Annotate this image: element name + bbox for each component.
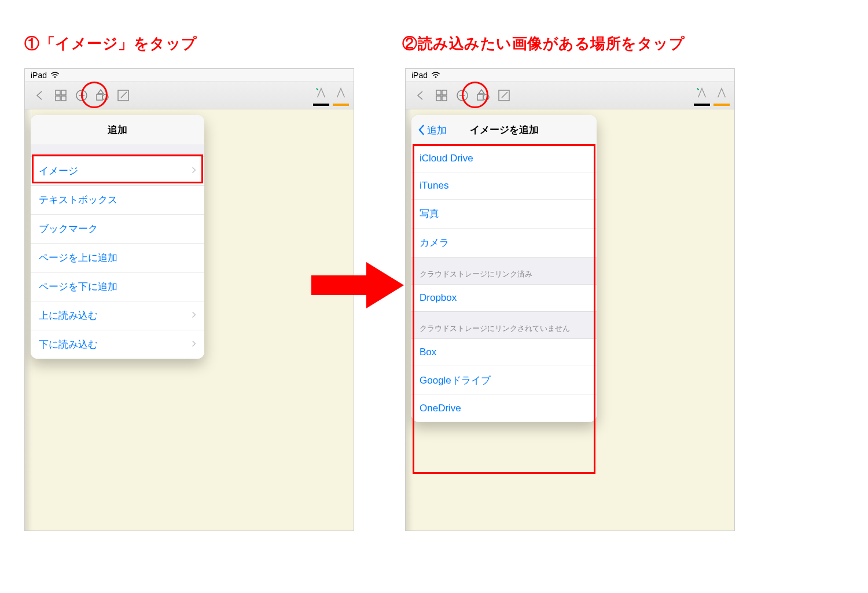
pen-tool-black[interactable] [313,85,329,106]
svg-rect-17 [442,96,447,101]
popup-item[interactable]: 下に読み込む [31,330,204,359]
svg-rect-4 [61,96,66,101]
svg-point-13 [435,76,437,78]
popup-item-label: 写真 [420,207,439,220]
add-popup: 追加 イメージテキストボックスブックマークページを上に追加ページを下に追加上に読… [31,115,204,359]
shapes-button[interactable] [473,85,494,106]
popup-item[interactable]: iCloud Drive [411,145,597,172]
svg-marker-10 [98,90,104,94]
svg-rect-1 [56,90,60,95]
highlighter-tool-orange[interactable] [333,85,349,106]
popup-item-label: iTunes [420,180,448,191]
instruction-caption-left: ①「イメージ」をタップ [24,34,197,54]
popup-title: 追加 イメージを追加 [411,115,597,145]
popup-item[interactable]: ページを下に追加 [31,272,204,301]
popup-item[interactable]: Box [411,339,597,366]
popup-item[interactable]: OneDrive [411,395,597,422]
shapes-button[interactable] [92,85,113,106]
wifi-icon [431,71,440,79]
svg-marker-23 [479,90,484,94]
status-bar: iPad [25,69,354,82]
popup-item[interactable]: 上に読み込む [31,301,204,330]
popup-item[interactable]: ページを上に追加 [31,244,204,272]
instruction-caption-right: ②読み込みたい画像がある場所をタップ [402,34,685,54]
popup-item-label: Box [420,347,436,358]
popup-item[interactable]: ブックマーク [31,215,204,244]
status-bar: iPad [406,69,734,82]
popup-back-button[interactable]: 追加 [417,123,447,137]
svg-point-0 [54,76,56,78]
grid-button[interactable] [431,85,452,106]
popup-item[interactable]: イメージ [31,157,204,186]
screenshot-right: iPad [405,68,735,531]
popup-item-label: OneDrive [420,403,461,414]
pen-tool-black[interactable] [694,85,710,106]
popup-back-label: 追加 [427,123,447,137]
highlighter-tool-orange[interactable] [713,85,730,106]
device-label: iPad [31,71,47,80]
svg-rect-21 [477,94,483,100]
device-label: iPad [411,71,428,80]
chevron-right-icon [192,165,196,177]
popup-item[interactable]: Dropbox [411,285,597,311]
popup-item-label: テキストボックス [39,193,117,207]
popup-item-label: iCloud Drive [420,153,473,164]
svg-point-9 [102,94,108,100]
svg-rect-2 [61,90,66,95]
popup-item[interactable]: 写真 [411,200,597,229]
popup-item-label: 下に読み込む [39,338,98,351]
section-linked-label: クラウドストレージにリンク済み [411,257,597,285]
add-button[interactable] [71,85,92,106]
popup-item[interactable]: Googleドライブ [411,366,597,395]
section-unlinked-label: クラウドストレージにリンクされていません [411,311,597,339]
edit-button[interactable] [113,85,134,106]
popup-item-label: カメラ [420,236,449,249]
popup-item[interactable]: カメラ [411,229,597,257]
svg-marker-12 [311,262,404,308]
svg-rect-3 [56,96,60,101]
popup-item[interactable]: iTunes [411,172,597,200]
back-button[interactable] [30,85,50,106]
arrow-icon [311,259,404,314]
popup-item-label: 上に読み込む [39,309,98,322]
back-button[interactable] [410,85,431,106]
toolbar [406,82,734,109]
edit-button[interactable] [494,85,514,106]
wifi-icon [50,71,60,79]
popup-item-label: ページを下に追加 [39,280,117,293]
popup-item-label: イメージ [39,164,78,178]
chevron-right-icon [192,310,196,322]
popup-item-label: ブックマーク [39,222,98,235]
chevron-right-icon [192,339,196,351]
popup-item[interactable]: テキストボックス [31,186,204,215]
popup-item-label: Dropbox [420,292,457,304]
svg-rect-16 [436,96,441,101]
add-image-popup: 追加 イメージを追加 iCloud DriveiTunes写真カメラ クラウドス… [411,115,597,422]
svg-rect-15 [442,90,447,95]
popup-title: 追加 [31,115,204,145]
svg-rect-14 [436,90,441,95]
screenshot-left: iPad [24,68,354,531]
add-button[interactable] [452,85,473,106]
grid-button[interactable] [50,85,71,106]
popup-item-label: Googleドライブ [420,374,491,387]
popup-item-label: ページを上に追加 [39,251,117,264]
svg-rect-8 [97,94,102,100]
toolbar [25,82,354,109]
svg-point-22 [483,94,489,100]
